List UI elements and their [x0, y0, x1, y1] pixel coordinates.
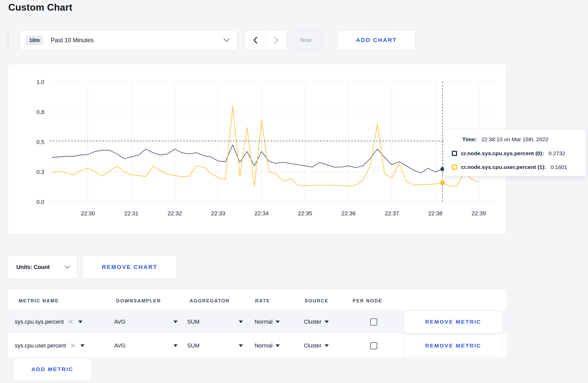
remove-metric-button[interactable]: REMOVE METRIC — [404, 310, 502, 333]
source-value: Cluster — [304, 343, 321, 349]
caret-down-icon — [276, 344, 280, 347]
source-select[interactable]: Cluster — [304, 334, 329, 358]
svg-text:22:36: 22:36 — [341, 210, 355, 217]
downsampler-value: AVG — [114, 319, 125, 325]
metric-name-select[interactable]: sys.cpu.user.percent ✕ — [15, 334, 85, 358]
svg-text:22:35: 22:35 — [298, 210, 312, 217]
downsampler-select[interactable]: AVG — [114, 310, 178, 334]
chart-card: 0.00.30.50.81.022:3022:3122:3222:3322:34… — [8, 64, 506, 235]
col-header-downsampler: DOWNSAMPLER — [116, 298, 161, 304]
svg-text:22:32: 22:32 — [167, 210, 182, 217]
tooltip-series-value: 0.1601 — [551, 164, 567, 170]
time-nav-group — [245, 30, 287, 50]
caret-down-icon — [239, 321, 243, 323]
svg-text:22:34: 22:34 — [254, 210, 269, 217]
caret-down-icon — [173, 344, 178, 347]
metric-name-value: sys.cpu.sys.percent — [15, 319, 64, 325]
source-select[interactable]: Cluster — [304, 310, 329, 334]
caret-down-icon — [325, 344, 329, 347]
svg-text:22:38: 22:38 — [428, 210, 442, 217]
col-header-metric-name: METRIC NAME — [19, 298, 59, 304]
svg-text:22:30: 22:30 — [81, 210, 95, 217]
now-button[interactable]: Now — [290, 30, 321, 50]
rate-value: Normal — [255, 319, 272, 325]
source-value: Cluster — [304, 319, 321, 325]
chevron-left-icon — [253, 37, 258, 44]
chevron-down-icon — [65, 266, 70, 269]
time-range-select[interactable]: 10m Past 10 Minutes — [20, 30, 237, 50]
svg-text:0.3: 0.3 — [36, 169, 44, 175]
chart-hover-tooltip: Time: 22:38:10 on Mar 15th, 2022 cr.node… — [444, 129, 586, 176]
svg-text:22:37: 22:37 — [385, 210, 399, 217]
metric-name-select[interactable]: sys.cpu.sys.percent ✕ — [15, 310, 82, 334]
downsampler-value: AVG — [114, 343, 125, 349]
metric-row: sys.cpu.user.percent ✕ AVG SUM Normal Cl… — [8, 334, 506, 358]
col-header-rate: RATE — [255, 298, 270, 304]
chevron-down-icon — [223, 38, 230, 42]
tooltip-series-name: cr.node.sys.cpu.sys.percent (0): — [461, 150, 544, 157]
caret-down-icon — [276, 321, 280, 323]
clear-metric-icon[interactable]: ✕ — [68, 318, 74, 325]
series-swatch-icon — [452, 151, 457, 156]
timeseries-chart[interactable]: 0.00.30.50.81.022:3022:3122:3222:3322:34… — [8, 64, 507, 235]
svg-text:0.8: 0.8 — [36, 109, 44, 115]
aggregator-value: SUM — [187, 319, 200, 325]
rate-select[interactable]: Normal — [255, 310, 280, 334]
aggregator-value: SUM — [187, 343, 200, 349]
svg-text:1.0: 1.0 — [36, 79, 44, 85]
time-range-badge: 10m — [26, 36, 43, 45]
remove-chart-button[interactable]: REMOVE CHART — [82, 256, 177, 279]
col-header-source: SOURCE — [305, 298, 328, 304]
rate-value: Normal — [255, 343, 272, 349]
clear-metric-icon[interactable]: ✕ — [70, 342, 76, 349]
time-range-label: Past 10 Minutes — [51, 37, 223, 44]
remove-metric-button[interactable]: REMOVE METRIC — [404, 334, 502, 357]
units-select[interactable]: Units: Count — [8, 256, 77, 279]
per-node-checkbox[interactable] — [370, 342, 377, 349]
page-title: Custom Chart — [8, 2, 72, 13]
caret-down-icon — [239, 344, 243, 347]
series-swatch-icon — [452, 165, 457, 170]
rate-select[interactable]: Normal — [255, 334, 280, 358]
col-header-per-node: PER NODE — [353, 298, 382, 304]
toolbar-divider — [8, 30, 8, 50]
svg-text:22:33: 22:33 — [211, 210, 225, 217]
svg-text:0.0: 0.0 — [36, 199, 44, 205]
metric-name-value: sys.cpu.user.percent — [15, 343, 66, 349]
add-metric-button[interactable]: ADD METRIC — [13, 358, 92, 380]
per-node-checkbox[interactable] — [370, 318, 377, 325]
tooltip-time-label: Time: — [462, 136, 477, 143]
metrics-table: METRIC NAME DOWNSAMPLER AGGREGATOR RATE … — [8, 290, 506, 357]
aggregator-select[interactable]: SUM — [187, 334, 243, 358]
metric-row: sys.cpu.sys.percent ✕ AVG SUM Normal Clu… — [8, 310, 506, 334]
caret-down-icon — [173, 321, 178, 323]
svg-text:0.5: 0.5 — [36, 139, 44, 145]
caret-down-icon — [80, 344, 85, 347]
units-label: Units: Count — [16, 264, 65, 271]
downsampler-select[interactable]: AVG — [114, 334, 178, 358]
svg-text:22:39: 22:39 — [472, 210, 486, 217]
next-timewindow-button[interactable] — [266, 31, 286, 50]
caret-down-icon — [78, 321, 82, 323]
prev-timewindow-button[interactable] — [245, 31, 266, 50]
caret-down-icon — [325, 321, 329, 323]
add-chart-button[interactable]: ADD CHART — [338, 30, 415, 50]
aggregator-select[interactable]: SUM — [187, 310, 243, 334]
col-header-aggregator: AGGREGATOR — [190, 298, 230, 304]
tooltip-time-value: 22:38:10 on Mar 15th, 2022 — [481, 136, 548, 143]
chevron-right-icon — [274, 37, 279, 44]
tooltip-series-value: 0.2732 — [549, 150, 565, 157]
tooltip-series-name: cr.node.sys.cpu.user.percent (1): — [461, 164, 546, 170]
svg-text:22:31: 22:31 — [124, 210, 138, 217]
